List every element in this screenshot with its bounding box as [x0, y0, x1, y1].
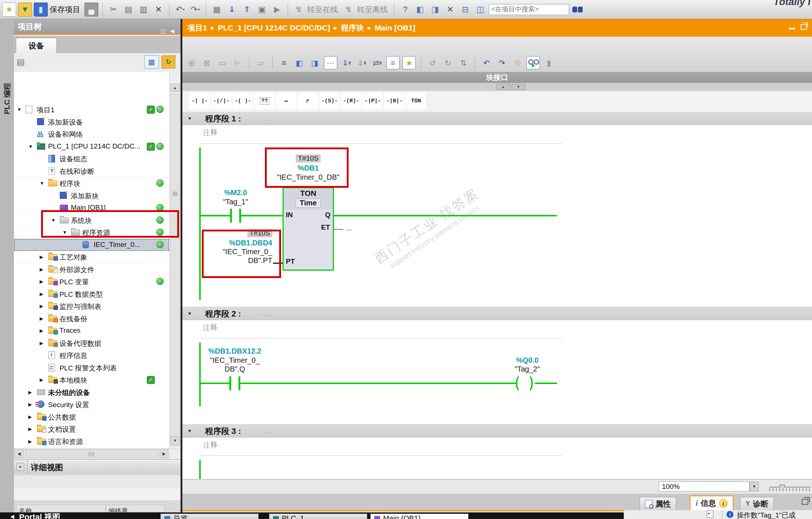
zoom-level-value[interactable]: 100% [659, 482, 750, 491]
undo-icon[interactable]: ↶▾ [174, 3, 187, 16]
close-all-networks-icon[interactable]: ⇓± [356, 56, 368, 69]
download-to-device-icon[interactable]: ⇓ [225, 3, 238, 16]
open-project-icon[interactable]: ▼ [18, 3, 32, 17]
tree-item[interactable]: ▶PLC 变量 [14, 275, 169, 288]
expand-view-right-icon[interactable]: ◨ [309, 56, 321, 69]
zoom-dropdown-button[interactable]: ▼ [750, 482, 759, 491]
expand-icon[interactable]: ▶ [28, 439, 32, 444]
timer-db-address[interactable]: %DB1 [298, 164, 319, 172]
favorite-ladder-element-1[interactable]: -| |- [189, 92, 211, 109]
tree-item[interactable]: ▶在线备份 [14, 313, 169, 325]
splitter-down-button[interactable]: ▼ [511, 84, 525, 90]
snapshot-values-icon[interactable]: ▮ [543, 56, 555, 69]
stop-simulation-icon[interactable]: ◨ [429, 3, 442, 16]
go-to-next-error-icon[interactable]: ↻ [442, 56, 454, 69]
favorites-toggle-icon[interactable]: ★ [403, 56, 416, 69]
tree-horizontal-scrollbar[interactable]: ◀ |||| ▶ [14, 448, 181, 460]
expand-icon[interactable]: ▶ [28, 390, 32, 395]
tree-item[interactable]: ▼PLC_1 [CPU 1214C DC/DC...✓ [14, 140, 169, 153]
pin-q-label[interactable]: Q [325, 211, 331, 219]
tree-vertical-scrollbar[interactable]: ▲ ▼ [169, 72, 181, 448]
new-project-icon[interactable]: ★ [2, 3, 16, 17]
expand-icon[interactable]: ▶ [28, 426, 32, 432]
find-operand-icon[interactable]: ☉ [511, 56, 524, 69]
network-3-header[interactable]: ▼程序段 3 :..... [182, 424, 812, 438]
jump-to-next-icon[interactable]: ↷ [496, 56, 508, 69]
breadcrumb-item[interactable]: 项目1 [187, 23, 207, 33]
upload-from-device-icon[interactable]: ⇑ [240, 3, 254, 16]
toggle-comments-icon[interactable]: ⋯ [324, 56, 337, 69]
detail-view-header[interactable]: ▾ 详细视图 [14, 459, 181, 475]
tree-item[interactable]: 品设备和网络 [14, 128, 169, 140]
copy-icon[interactable]: ▤ [122, 3, 135, 16]
expand-icon[interactable]: ▶ [40, 291, 43, 297]
contact1-address[interactable]: %M2.0 [224, 189, 247, 197]
pt-operand-address[interactable]: %DB1.DBD4 [229, 239, 272, 247]
contact1-tag-name[interactable]: "Tag_1" [223, 198, 248, 206]
scrollbar-thumb[interactable] [170, 94, 180, 446]
network-title-placeholder[interactable]: ..... [263, 116, 272, 122]
favorite-ladder-element-11[interactable]: TON [405, 92, 427, 109]
tree-item[interactable]: ▶未分组的设备 [14, 386, 169, 399]
tab-properties[interactable]: 属性 [640, 497, 676, 510]
contact2-name-line2[interactable]: DB".Q [225, 365, 245, 373]
tree-item[interactable]: ▶语言和资源 [14, 435, 169, 448]
minimize-editor-icon[interactable] [789, 28, 795, 29]
collapse-network-icon[interactable]: ▼ [187, 311, 192, 316]
open-all-networks-icon[interactable]: ⇓± [340, 56, 353, 69]
et-value-placeholder[interactable]: ... [346, 224, 352, 232]
network-title-placeholder[interactable]: ..... [263, 311, 272, 317]
favorite-ladder-element-2[interactable]: -|/|- [211, 92, 232, 109]
favorite-ladder-element-4[interactable]: ?? [254, 92, 276, 109]
block-interface-splitter[interactable]: ▲ ▼ [182, 83, 812, 91]
cross-references-icon[interactable]: ✕ [444, 3, 457, 16]
start-cpu-icon[interactable]: ▣ [255, 3, 269, 16]
timer-preset-badge[interactable]: T#10S [296, 154, 321, 162]
tree-item[interactable]: ▶设备代理数据 [14, 337, 169, 350]
zoom-slider[interactable] [769, 485, 811, 492]
tree-item[interactable]: 程序信息 [14, 349, 169, 362]
pin-in-label[interactable]: IN [286, 211, 293, 219]
taskbar-main-ob1-button[interactable]: Main (OB1) [370, 513, 469, 519]
collapse-icon[interactable]: ▼ [28, 144, 33, 149]
pt-operand-name-line1[interactable]: "IEC_Timer_0_ [223, 248, 272, 256]
start-runtime-icon[interactable]: ▶ [270, 3, 284, 16]
collapse-icon[interactable]: ▼ [17, 107, 22, 112]
expand-icon[interactable]: ▶ [40, 328, 43, 333]
search-in-project-icon[interactable] [571, 3, 584, 16]
network-titles-toggle-icon[interactable]: ≡ [386, 56, 400, 69]
network-overview-icon[interactable]: ≡ [278, 56, 290, 69]
compile-icon[interactable]: ▦ [210, 3, 223, 16]
save-project-icon[interactable]: ▮ [34, 3, 48, 17]
scrollbar-thumb[interactable]: |||| [25, 449, 158, 458]
go-online-icon[interactable]: ↯ [292, 3, 305, 16]
timer-db-name[interactable]: "IEC_Timer_0_DB" [277, 173, 339, 182]
expand-icon[interactable]: ▶ [40, 279, 43, 284]
favorite-ladder-element-9[interactable]: -|P|- [362, 92, 384, 109]
pt-preset-badge[interactable]: T#10S [247, 229, 272, 237]
collapse-icon[interactable]: ▼ [40, 180, 44, 186]
scroll-down-button[interactable]: ▼ [170, 436, 180, 445]
tree-item[interactable]: ▶文档设置 [14, 423, 169, 435]
project-search-input[interactable] [489, 4, 569, 15]
splitter-up-button[interactable]: ▲ [496, 84, 510, 90]
reset-operands-icon[interactable]: ▱ [255, 56, 267, 69]
favorite-ladder-element-10[interactable]: -|N|- [384, 92, 405, 109]
tree-item[interactable]: ▶本地模块✓ [14, 374, 169, 386]
tree-item[interactable]: ▶公共数据 [14, 411, 169, 423]
tree-item[interactable]: PLC 报警文本列表 [14, 362, 169, 374]
cut-icon[interactable]: ✂ [107, 3, 120, 16]
tree-item[interactable]: ▶PLC 数据类型 [14, 288, 169, 300]
absolute-symbolic-operands-icon[interactable]: ⇄± [371, 56, 383, 69]
block-interface-bar[interactable]: 块接口 [182, 72, 812, 83]
expand-icon[interactable]: ▶ [40, 267, 43, 272]
favorite-ladder-element-7[interactable]: -(S)- [319, 92, 341, 109]
jump-to-previous-icon[interactable]: ↶ [480, 56, 493, 69]
insert-branch-icon[interactable]: ⊢ [232, 56, 244, 69]
detail-view-collapse-icon[interactable]: ▾ [16, 463, 24, 471]
portal-view-button[interactable]: Portal 视图 [19, 512, 60, 519]
expand-icon[interactable]: ▶ [28, 414, 32, 420]
contact2-name-line1[interactable]: "IEC_Timer_0_ [210, 356, 259, 365]
tree-refresh-button[interactable]: ↻ [161, 55, 175, 69]
insert-network-icon[interactable]: ⊞ [185, 56, 198, 69]
